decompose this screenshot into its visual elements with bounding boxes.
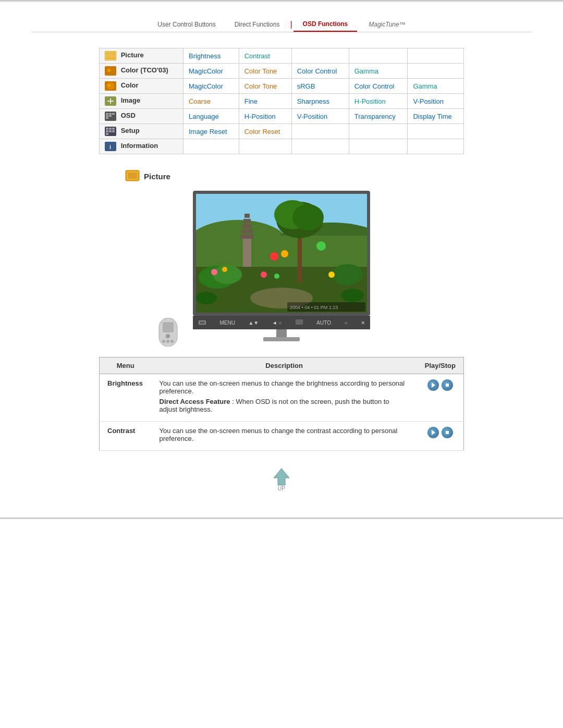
colortone-2-link[interactable]: Color Tone xyxy=(239,79,291,94)
monitor-screen: 2004 • 04 • 01 PM 1:23 xyxy=(193,191,370,316)
contrast-link[interactable]: Contrast xyxy=(239,48,291,64)
x-button[interactable]: ✕ xyxy=(361,320,365,326)
table-row: OSD Language H-Position V-Position Trans… xyxy=(100,109,464,124)
play-button-1[interactable] xyxy=(427,379,439,391)
svg-rect-9 xyxy=(106,113,108,115)
menu-info-label[interactable]: Information xyxy=(121,142,158,150)
tab-magictune[interactable]: MagicTune™ xyxy=(359,18,414,31)
svg-point-45 xyxy=(332,264,363,285)
picture-section: Picture xyxy=(31,170,532,341)
table-row: Color MagicColor Color Tone sRGB Color C… xyxy=(100,79,464,94)
description-table: Menu Description Play/Stop Brightness Yo… xyxy=(99,357,464,451)
svg-rect-15 xyxy=(106,128,108,130)
imagereset-link[interactable]: Image Reset xyxy=(183,124,239,139)
table-header-row: Menu Description Play/Stop xyxy=(100,357,464,374)
nav-divider: | xyxy=(289,20,293,29)
setup-icon xyxy=(105,127,116,136)
svg-rect-20 xyxy=(112,130,115,132)
osd-icon xyxy=(105,112,116,121)
svg-text:i: i xyxy=(109,144,111,150)
menu-button[interactable]: MENU xyxy=(219,320,235,326)
brightness-menu-cell: Brightness xyxy=(100,374,152,422)
hposition-image-link[interactable]: H-Position xyxy=(349,94,408,109)
picture-title-row: Picture xyxy=(125,170,170,183)
svg-point-54 xyxy=(196,292,217,304)
vposition-osd-link[interactable]: V-Position xyxy=(291,109,349,124)
svg-rect-17 xyxy=(112,128,115,130)
srgb-link[interactable]: sRGB xyxy=(291,79,349,94)
vposition-image-link[interactable]: V-Position xyxy=(408,94,464,109)
menu-image-label[interactable]: Image xyxy=(121,96,141,104)
tab-direct-functions[interactable]: Direct Functions xyxy=(225,18,289,31)
up-button[interactable]: UP UP xyxy=(271,466,292,491)
svg-rect-33 xyxy=(243,236,251,267)
menu-picture-label[interactable]: Picture xyxy=(121,51,144,59)
magiccolor-1-link[interactable]: MagicColor xyxy=(183,64,239,79)
svg-point-42 xyxy=(292,204,324,230)
cell-empty-9 xyxy=(239,139,291,154)
menu-setup-label[interactable]: Setup xyxy=(121,127,140,134)
left-circle-button[interactable]: ◄ ○ xyxy=(272,320,282,326)
svg-rect-37 xyxy=(243,219,251,223)
sharpness-link[interactable]: Sharpness xyxy=(291,94,349,109)
contrast-play-buttons[interactable] xyxy=(427,427,453,438)
contrast-play-button-2[interactable] xyxy=(442,427,453,438)
table-row: i Information xyxy=(100,139,464,154)
cell-empty-6 xyxy=(349,124,408,139)
colortone-1-link[interactable]: Color Tone xyxy=(239,64,291,79)
menu-osd-label[interactable]: OSD xyxy=(121,112,136,119)
menu-color-tco-label[interactable]: Color (TCO'03) xyxy=(121,66,168,74)
monitor-stand xyxy=(263,329,300,341)
brightness-playstop-cell xyxy=(417,374,464,422)
displaytime-link[interactable]: Display Time xyxy=(408,109,464,124)
box-button[interactable] xyxy=(295,319,303,326)
remote-control xyxy=(156,318,180,348)
svg-rect-16 xyxy=(109,128,112,130)
cell-empty-4 xyxy=(408,64,464,79)
brightness-link[interactable]: Brightness xyxy=(183,48,239,64)
tab-user-control[interactable]: User Control Buttons xyxy=(148,18,225,31)
svg-rect-59 xyxy=(200,322,205,324)
up-button-container: UP UP xyxy=(31,466,532,491)
svg-point-3 xyxy=(107,69,111,72)
circle-button[interactable]: ○ xyxy=(344,320,347,326)
gamma-2-link[interactable]: Gamma xyxy=(408,79,464,94)
contrast-play-button-1[interactable] xyxy=(427,427,439,438)
fine-link[interactable]: Fine xyxy=(239,94,291,109)
svg-point-47 xyxy=(222,267,227,272)
cell-empty-11 xyxy=(349,139,408,154)
svg-rect-38 xyxy=(244,214,250,218)
colorreset-link[interactable]: Color Reset xyxy=(239,124,291,139)
table-row: Color (TCO'03) MagicColor Color Tone Col… xyxy=(100,64,464,79)
auto-button[interactable]: AUTO xyxy=(316,320,331,326)
svg-point-66 xyxy=(170,340,174,343)
osd-menu-table: Picture Brightness Contrast Color (TCO'0… xyxy=(99,48,464,154)
magiccolor-2-link[interactable]: MagicColor xyxy=(183,79,239,94)
svg-rect-26 xyxy=(128,172,137,179)
table-row: Setup Image Reset Color Reset xyxy=(100,124,464,139)
svg-rect-34 xyxy=(240,235,254,239)
cell-empty-12 xyxy=(408,139,464,154)
play-button-2[interactable] xyxy=(442,379,453,391)
language-link[interactable]: Language xyxy=(183,109,239,124)
table-row: Image Coarse Fine Sharpness H-Position V… xyxy=(100,94,464,109)
svg-rect-19 xyxy=(109,130,112,132)
menu-color-label[interactable]: Color xyxy=(121,81,139,89)
svg-point-50 xyxy=(328,272,335,278)
up-down-button[interactable]: ▲▼ xyxy=(248,320,259,326)
tab-osd-functions[interactable]: OSD Functions xyxy=(293,17,358,32)
svg-rect-18 xyxy=(106,130,108,132)
svg-rect-12 xyxy=(109,113,112,115)
colorcontrol-1-link[interactable]: Color Control xyxy=(291,64,349,79)
brightness-play-buttons[interactable] xyxy=(427,379,453,391)
brightness-desc-text-1: You can use the on-screen menus to chang… xyxy=(160,379,409,395)
monitor-controls-bar: MENU ▲▼ ◄ ○ AUTO ○ ✕ xyxy=(193,316,370,329)
svg-rect-35 xyxy=(241,229,253,233)
hposition-osd-link[interactable]: H-Position xyxy=(239,109,291,124)
svg-rect-62 xyxy=(163,322,174,332)
colorcontrol-2-link[interactable]: Color Control xyxy=(349,79,408,94)
transparency-link[interactable]: Transparency xyxy=(349,109,408,124)
svg-point-48 xyxy=(261,272,267,278)
gamma-1-link[interactable]: Gamma xyxy=(349,64,408,79)
coarse-link[interactable]: Coarse xyxy=(183,94,239,109)
